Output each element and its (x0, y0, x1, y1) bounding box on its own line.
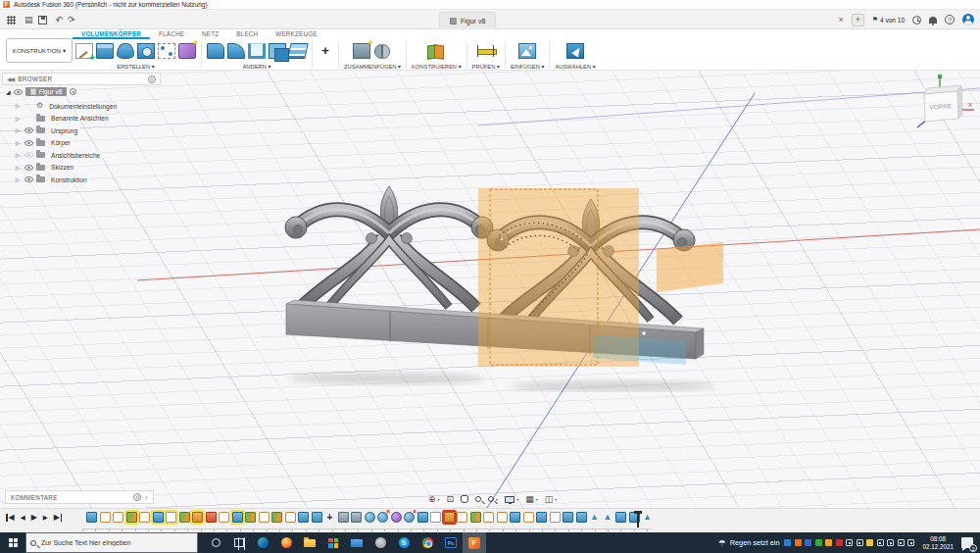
timeline-feature-7[interactable] (166, 512, 176, 523)
timeline-feature-43[interactable]: ▲ (642, 512, 653, 523)
step-back-button[interactable]: ◀ (21, 514, 25, 522)
timeline-feature-9[interactable] (192, 512, 203, 523)
caret-icon[interactable]: ▷ (16, 127, 22, 133)
visibility-eye-icon[interactable] (24, 140, 33, 146)
timeline-feature-19[interactable]: + (324, 512, 335, 523)
activate-radio-icon[interactable] (70, 88, 76, 95)
notifications-bell-icon[interactable] (929, 17, 937, 24)
timeline-feature-39[interactable]: ▲ (589, 512, 600, 523)
undo-icon[interactable]: ↶▾ (56, 15, 60, 25)
group-label-aendern[interactable]: ÄNDERN ▾ (243, 64, 271, 70)
timeline-feature-10[interactable] (206, 512, 217, 523)
hole-icon[interactable] (137, 43, 155, 59)
taskbar-app-store[interactable] (321, 532, 345, 553)
timeline-feature-12[interactable] (232, 512, 243, 523)
grid-layout-icon[interactable]: ▦ (525, 493, 534, 505)
zoom-icon[interactable] (475, 496, 481, 502)
close-tab-icon[interactable]: × (839, 15, 844, 25)
caret-icon[interactable]: ▷ (16, 116, 22, 122)
job-history-clock-icon[interactable] (912, 16, 921, 25)
timeline-feature-18[interactable] (312, 512, 322, 523)
timeline-feature-8[interactable] (179, 512, 190, 523)
expand-chevron-icon[interactable]: › (145, 494, 148, 501)
help-icon[interactable]: ? (945, 15, 955, 25)
browser-item-skizzen[interactable]: ▷Skizzen (2, 162, 161, 175)
step-forward-button[interactable]: ▶ (43, 514, 48, 522)
group-label-zusammenfuegen[interactable]: ZUSAMMENFÜGEN ▾ (344, 64, 401, 70)
start-button[interactable] (0, 532, 25, 553)
browser-item-konstruktion[interactable]: ▷Konstruktion (2, 174, 161, 186)
group-label-pruefen[interactable]: PRÜFEN ▾ (472, 64, 500, 70)
taskbar-search[interactable] (25, 532, 198, 553)
offset-face-icon[interactable] (287, 43, 308, 59)
timeline-feature-11[interactable] (219, 512, 229, 523)
orbit-icon[interactable]: ⊕ (428, 493, 436, 505)
browser-item-ursprung[interactable]: ▷Ursprung (2, 125, 161, 137)
pattern-icon[interactable] (158, 43, 175, 59)
create-form-icon[interactable] (178, 43, 196, 59)
insert-canvas-icon[interactable] (518, 43, 536, 59)
taskbar-app-skype[interactable]: S (392, 532, 416, 553)
timeline-feature-6[interactable] (153, 512, 164, 523)
timeline-feature-22[interactable] (365, 512, 375, 523)
timeline-feature-36[interactable] (550, 512, 561, 523)
fillet-icon[interactable] (227, 43, 245, 59)
taskbar-app-mail[interactable] (345, 532, 368, 553)
tray-icon-1[interactable] (784, 539, 791, 546)
display-settings-icon[interactable] (505, 496, 514, 503)
pan-icon[interactable] (461, 495, 468, 503)
tray-icon-11[interactable] (887, 539, 894, 546)
construction-plane-icon[interactable] (427, 43, 445, 59)
timeline-feature-15[interactable] (271, 512, 282, 523)
timeline-feature-40[interactable]: ▲ (603, 512, 613, 523)
tray-icon-9[interactable] (866, 539, 873, 546)
caret-icon[interactable]: ▷ (16, 140, 22, 146)
job-status-badge[interactable]: ⚑4 von 10 (872, 16, 905, 24)
ribbon-tab-volumenkörper[interactable]: VOLUMENKÖRPER (73, 29, 150, 39)
revolve-icon[interactable] (117, 43, 134, 59)
browser-item-dokumenteinstellungen[interactable]: ▷⚙Dokumenteinstellungen (2, 100, 161, 113)
go-to-end-button[interactable]: ▶ (54, 513, 63, 522)
tray-icon-5[interactable] (825, 539, 832, 546)
combine-icon[interactable] (269, 43, 286, 59)
group-label-konstruieren[interactable]: KONSTRUIEREN ▾ (412, 64, 462, 70)
tray-icon-10[interactable] (877, 539, 884, 546)
file-menu-icon[interactable]: ▤▾ (24, 15, 29, 25)
timeline-playhead[interactable] (637, 511, 639, 528)
tray-icon-8[interactable] (857, 539, 863, 546)
tray-icon-7[interactable] (846, 539, 853, 546)
weather-widget[interactable]: ☂ Regen setzt ein (718, 538, 780, 548)
taskbar-app-edge[interactable] (251, 532, 274, 553)
group-label-einfuegen[interactable]: EINFÜGEN ▾ (511, 64, 544, 70)
timeline-feature-13[interactable] (245, 512, 256, 523)
caret-icon[interactable]: ▷ (16, 152, 22, 158)
construction-dropdown-button[interactable]: KONSTRUKTION▾ (6, 38, 73, 63)
tray-icon-2[interactable] (795, 539, 802, 546)
look-at-icon[interactable]: ⊡ (447, 493, 455, 505)
timeline-feature-2[interactable] (100, 512, 111, 523)
user-avatar[interactable] (962, 14, 974, 25)
timeline-feature-30[interactable] (470, 512, 481, 523)
taskbar-app-fusion-360[interactable]: F (463, 532, 486, 553)
go-to-start-button[interactable]: ◀ (6, 513, 15, 522)
zoom-window-icon[interactable] (488, 496, 494, 502)
tray-icon-12[interactable] (898, 539, 905, 546)
visibility-eye-icon[interactable] (24, 165, 33, 171)
comments-panel[interactable]: KOMMENTARE ⚙ › (5, 490, 154, 504)
taskbar-app-firefox[interactable] (274, 532, 298, 553)
collapse-panel-icon[interactable]: ◀◀ (7, 75, 14, 82)
caret-expanded-icon[interactable]: ◢ (6, 88, 11, 95)
timeline-feature-31[interactable] (483, 512, 494, 523)
clock-widget[interactable]: 08:08 02.12.2021 (919, 535, 956, 550)
timeline-feature-16[interactable] (285, 512, 296, 523)
timeline-feature-17[interactable] (298, 512, 309, 523)
extrude-icon[interactable] (96, 43, 114, 59)
timeline-feature-38[interactable] (576, 512, 587, 523)
tray-icon-6[interactable] (836, 539, 843, 546)
tray-icon-13[interactable] (907, 539, 914, 546)
timeline-feature-20[interactable] (338, 512, 349, 523)
visibility-eye-icon[interactable] (24, 176, 33, 182)
browser-item-benannte ansichten[interactable]: ▷Benannte Ansichten (2, 113, 161, 126)
action-center-icon[interactable]: 2 (961, 537, 973, 548)
press-pull-icon[interactable] (207, 43, 224, 59)
